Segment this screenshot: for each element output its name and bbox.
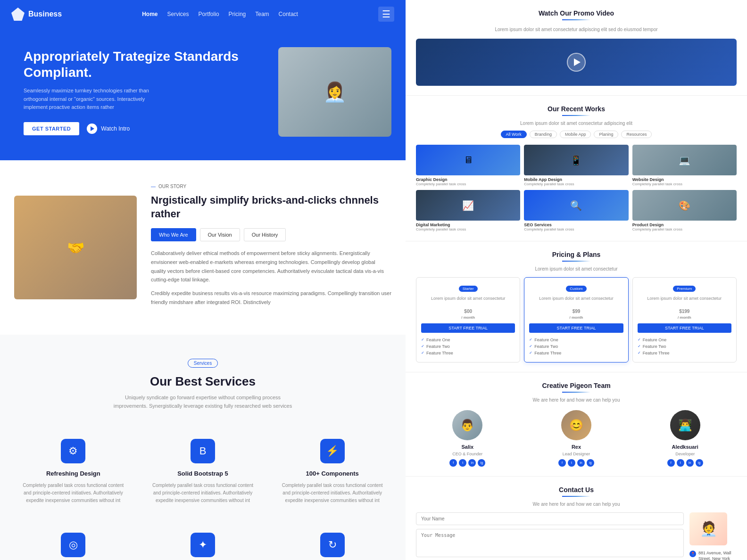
services-description: Uniquely syndicate go forward expertise … [108, 394, 297, 410]
pricing-section: Pricing & Plans Lorem ipsum dolor sit am… [406, 241, 747, 372]
social-tw-0[interactable]: t [459, 459, 466, 467]
about-image: 🤝 [14, 196, 137, 299]
work-sublabel-4: Completely parallel task cross [524, 227, 628, 231]
about-section: 🤝 OUR STORY Nrgistically simplify bricks… [0, 160, 406, 335]
about-title: Nrgistically simplify bricks-and-clicks … [151, 194, 391, 221]
about-tabs: Who We Are Our Vision Our History [151, 228, 391, 241]
social-fb-0[interactable]: f [449, 459, 457, 467]
hero-section: Appropriately Trategize Standards Compli… [0, 28, 406, 160]
hero-title: Appropriately Trategize Standards Compli… [24, 49, 269, 80]
work-thumb-1: 📱 [524, 145, 628, 175]
contact-name-input[interactable] [416, 512, 684, 525]
team-role-1: Lead Designer [525, 452, 628, 456]
contact-message-input[interactable] [416, 529, 684, 557]
service-icon-2: ⚡ [320, 439, 345, 463]
watch-intro-button[interactable]: Watch Intro [87, 124, 130, 134]
team-name-1: Rex [525, 444, 628, 450]
service-icon-3: ◎ [61, 533, 85, 557]
pricing-features-0: Feature One Feature Two Feature Three [421, 337, 515, 356]
work-item-3: 📈 Digital Marketing Completely parallel … [416, 190, 520, 231]
promo-video[interactable] [416, 39, 737, 86]
tab-our-vision[interactable]: Our Vision [200, 228, 240, 241]
service-title-0: Refreshing Design [22, 470, 125, 477]
filter-mobile[interactable]: Mobile App [560, 131, 591, 138]
work-item-1: 📱 Mobile App Design Completely parallel … [524, 145, 628, 186]
filter-all[interactable]: All Work [501, 131, 527, 138]
work-item-4: 🔍 SEO Services Completely parallel task … [524, 190, 628, 231]
service-card-2: ⚡ 100+ Components Completely parallel ta… [273, 429, 391, 514]
nav-home[interactable]: Home [142, 11, 158, 17]
work-item-0: 🖥 Graphic Design Completely parallel tas… [416, 145, 520, 186]
pricing-card-2: Premium Lorem ipsum dolor sit amet conse… [632, 277, 737, 362]
get-started-button[interactable]: GET STARTED [24, 122, 79, 135]
hamburger-icon[interactable]: ☰ [378, 7, 394, 22]
social-ig-1[interactable]: ig [587, 459, 594, 467]
team-title: Creative Pigeon Team [416, 382, 737, 389]
work-sublabel-1: Completely parallel task cross [524, 182, 628, 186]
filter-resources[interactable]: Resources [621, 131, 652, 138]
service-card-1: B Solid Bootstrap 5 Completely parallel … [144, 429, 262, 514]
pricing-btn-0[interactable]: START FREE TRIAL [421, 323, 515, 333]
work-label-1: Mobile App Design [524, 177, 628, 182]
contact-content: Send Message 🧑‍💼 📍 881 Avenue, Wall Stre… [416, 512, 737, 560]
brand: Business [11, 8, 62, 21]
contact-info: 🧑‍💼 📍 881 Avenue, Wall Street, New York … [689, 512, 737, 560]
social-in-1[interactable]: in [577, 459, 585, 467]
pricing-card-0: Starter Lorem ipsum dolor sit amet conse… [416, 277, 520, 362]
service-card-5: ↻ [273, 523, 391, 560]
social-fb-1[interactable]: f [558, 459, 566, 467]
work-thumb-4: 🔍 [524, 190, 628, 221]
pricing-subtitle: Lorem ipsum dolor sit amet consectetur [416, 266, 737, 272]
contact-divider [562, 496, 590, 497]
social-ig-2[interactable]: ig [696, 459, 703, 467]
pricing-grid: Starter Lorem ipsum dolor sit amet conse… [416, 277, 737, 362]
tab-our-history[interactable]: Our History [244, 228, 286, 241]
social-tw-2[interactable]: t [677, 459, 684, 467]
team-grid: 👨 Salix CEO & Founder f t in ig 😊 Rex Le… [416, 410, 737, 467]
about-text: Collaboratively deliver ethical methods … [151, 249, 391, 306]
recent-works-section: Our Recent Works Lorem ipsum dolor sit a… [406, 96, 747, 241]
promo-section: Watch Our Promo Video Lorem ipsum dolor … [406, 0, 747, 96]
work-item-2: 💻 Website Design Completely parallel tas… [632, 145, 737, 186]
pricing-btn-1[interactable]: START FREE TRIAL [529, 323, 623, 333]
nav-services[interactable]: Services [167, 11, 189, 17]
team-social-1: f t in ig [525, 459, 628, 467]
filter-branding[interactable]: Branding [530, 131, 557, 138]
social-fb-2[interactable]: f [667, 459, 675, 467]
contact-section: Contact Us We are here for and how we ca… [406, 477, 747, 560]
pricing-features-1: Feature One Feature Two Feature Three [529, 337, 623, 356]
pricing-btn-2[interactable]: START FREE TRIAL [638, 323, 731, 333]
promo-subtitle: Lorem ipsum dolor sit amet consectetur a… [416, 26, 737, 33]
pricing-badge-1: Custom [566, 286, 587, 292]
contact-subtitle: We are here for and how we can help you [416, 502, 737, 507]
pricing-feature-1-2: Feature Three [529, 350, 623, 356]
about-text-2: Credibly expedite business results vis-a… [151, 289, 391, 306]
social-tw-1[interactable]: t [568, 459, 575, 467]
hero-text: Appropriately Trategize Standards Compli… [24, 49, 269, 135]
hero-image-placeholder: 👩‍💼 [278, 47, 391, 137]
work-sublabel-0: Completely parallel task cross [416, 182, 520, 186]
nav-team[interactable]: Team [255, 11, 269, 17]
services-grid: ⚙ Refreshing Design Completely parallel … [14, 429, 391, 514]
video-play-button[interactable] [567, 53, 586, 72]
tab-who-we-are[interactable]: Who We Are [151, 228, 196, 241]
nav-portfolio[interactable]: Portfolio [199, 11, 219, 17]
work-thumb-3: 📈 [416, 190, 520, 221]
pricing-desc-2: Lorem ipsum dolor sit amet consectetur [638, 296, 731, 302]
hero-buttons: GET STARTED Watch Intro [24, 122, 269, 135]
pricing-feature-0-1: Feature Two [421, 343, 515, 350]
about-content: OUR STORY Nrgistically simplify bricks-a… [151, 184, 391, 311]
pricing-feature-2-2: Feature Three [638, 350, 731, 356]
nav-pricing[interactable]: Pricing [229, 11, 246, 17]
more-services-grid: ◎ ✦ ↻ [14, 523, 391, 560]
social-in-2[interactable]: in [686, 459, 694, 467]
navbar: Business Home Services Portfolio Pricing… [0, 0, 406, 28]
team-card-1: 😊 Rex Lead Designer f t in ig [525, 410, 628, 467]
filter-planing[interactable]: Planing [594, 131, 618, 138]
services-section: Services Our Best Services Uniquely synd… [0, 335, 406, 560]
about-text-1: Collaboratively deliver ethical methods … [151, 249, 391, 284]
social-ig-0[interactable]: ig [478, 459, 485, 467]
nav-contact[interactable]: Contact [279, 11, 298, 17]
social-in-0[interactable]: in [468, 459, 476, 467]
service-desc-0: Completely parallel task cross functiona… [22, 482, 125, 504]
